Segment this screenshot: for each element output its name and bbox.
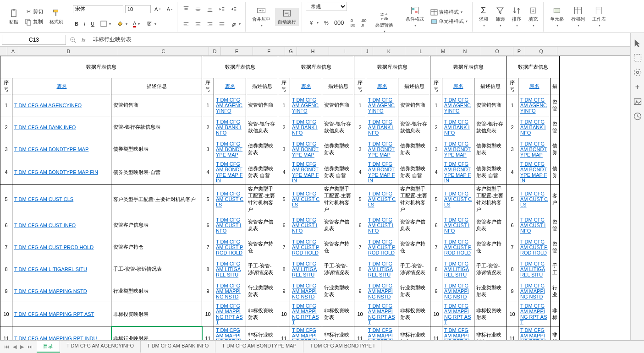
column-header[interactable]: C	[118, 47, 209, 55]
desc-cell[interactable]: 客户	[550, 185, 560, 214]
seq-cell[interactable]: 6	[430, 214, 442, 236]
desc-cell[interactable]: 客户类型手工配置-主要针对机构客户	[398, 185, 430, 214]
rail-image-icon[interactable]	[633, 97, 642, 106]
col-name-header[interactable]: 表名	[442, 78, 474, 94]
name-link-cell[interactable]: T DM CFG AM BONDTYPE MAP	[290, 138, 322, 160]
col-name-header[interactable]: 表名	[518, 78, 550, 94]
seq-cell[interactable]: 1	[0, 94, 12, 116]
seq-cell[interactable]: 9	[278, 280, 290, 302]
font-size-select[interactable]	[125, 5, 151, 13]
seq-cell[interactable]: 9	[354, 280, 366, 302]
name-link-cell[interactable]: T DM CFG AM CUST PROD HOLD	[214, 236, 246, 258]
name-link-cell[interactable]: T DM CFG AM AGENCYINFO	[214, 94, 246, 116]
name-link-cell[interactable]: T DM CFG AM AGENCYINFO	[12, 94, 111, 116]
column-header[interactable]: Q	[525, 47, 557, 55]
font-family-select[interactable]	[73, 5, 123, 13]
name-link-cell[interactable]: T DM CFG AM MAPPING NSTD	[518, 280, 550, 302]
desc-cell[interactable]: 资管销售商	[474, 94, 506, 116]
seq-cell[interactable]: 1	[506, 94, 518, 116]
name-link-cell[interactable]: T DM CFG AM CUST PROD HOLD	[518, 236, 550, 258]
desc-cell[interactable]: 手工-资管-涉诉情况表	[111, 258, 202, 280]
name-link-cell[interactable]: T DM CFG AM MAPPING RPT AST	[518, 302, 550, 326]
seq-cell[interactable]: 10	[506, 302, 518, 326]
seq-cell[interactable]: 10	[202, 302, 214, 326]
underline-button[interactable]: U	[89, 20, 96, 27]
seq-cell[interactable]: 8	[430, 258, 442, 280]
desc-cell[interactable]: 债券类型映射表-自营	[398, 160, 430, 185]
name-link-cell[interactable]: T DM CFG AM BONDTYPE MAP FIN	[442, 160, 474, 185]
desc-cell[interactable]: 债券类型映射表-自营	[111, 160, 202, 185]
column-header[interactable]: N	[449, 47, 481, 55]
desc-cell[interactable]: 债券类型映射表	[111, 138, 202, 160]
seq-cell[interactable]: 8	[506, 258, 518, 280]
seq-cell[interactable]: 11	[430, 326, 442, 341]
desc-cell[interactable]: 债券类型映射表-自营	[246, 160, 278, 185]
currency-button[interactable]: ¥	[306, 18, 320, 27]
name-link-cell[interactable]: T DM CFG AM BANK INFO	[442, 116, 474, 138]
distribute-button[interactable]	[217, 20, 227, 28]
seq-cell[interactable]: 3	[354, 138, 366, 160]
align-bottom-button[interactable]	[205, 5, 215, 13]
desc-cell[interactable]: 资管客户持仓	[474, 236, 506, 258]
decrease-indent-button[interactable]	[217, 5, 227, 13]
seq-cell[interactable]: 3	[506, 138, 518, 160]
desc-cell[interactable]: 资管销售商	[398, 94, 430, 116]
seq-cell[interactable]: 11	[354, 326, 366, 341]
name-link-cell[interactable]: T DM CFG AM LITIGAREL SITU	[366, 258, 398, 280]
name-link-cell[interactable]: T DM CFG AM CUST CLS	[290, 185, 322, 214]
desc-cell[interactable]: 资管客户信息表	[398, 214, 430, 236]
desc-cell[interactable]: 行业	[550, 280, 560, 302]
seq-cell[interactable]: 8	[202, 258, 214, 280]
desc-cell[interactable]: 债券类型映射表	[246, 138, 278, 160]
zoom-out-icon[interactable]	[68, 36, 78, 44]
seq-cell[interactable]: 7	[430, 236, 442, 258]
name-link-cell[interactable]: T DM CFG AM BONDTYPE MAP FIN	[214, 160, 246, 185]
cut-button[interactable]: ✂剪切	[23, 7, 45, 16]
name-link-cell[interactable]: T DM CFG AM AGENCYINFO	[442, 94, 474, 116]
cell-style-button[interactable]: 单元格样式	[429, 17, 469, 26]
desc-cell[interactable]: 行业类型映射表	[474, 280, 506, 302]
seq-cell[interactable]: 1	[278, 94, 290, 116]
desc-cell[interactable]: 资管销售商	[246, 94, 278, 116]
desc-cell[interactable]: 手工-资管-涉诉情况表	[398, 258, 430, 280]
name-link-cell[interactable]: T DM CFG AM BONDTYPE MAP	[518, 138, 550, 160]
seq-cell[interactable]: 8	[0, 258, 12, 280]
name-link-cell[interactable]: T DM CFG AM MAPPING RPT INDU	[366, 326, 398, 341]
column-header[interactable]: I	[329, 47, 361, 55]
desc-cell[interactable]: 债券类型映射表-自营	[322, 160, 354, 185]
name-link-cell[interactable]: T DM CFG AM CUST PROD HOLD	[366, 236, 398, 258]
name-link-cell[interactable]: T DM CFG AM BANK INFO	[518, 116, 550, 138]
desc-cell[interactable]: 行业类型映射表	[398, 280, 430, 302]
name-link-cell[interactable]: T DM CFG AM LITIGAREL SITU	[12, 258, 111, 280]
col-name-header[interactable]: 表名	[214, 78, 246, 94]
column-header[interactable]: K	[373, 47, 405, 55]
name-link-cell[interactable]: T DM CFG AM MAPPING NSTD	[366, 280, 398, 302]
seq-cell[interactable]: 9	[506, 280, 518, 302]
name-link-cell[interactable]: T DM CFG AM MAPPING RPT AST	[290, 302, 322, 326]
type-convert-button[interactable]: 12Ab 类型转换	[372, 11, 396, 34]
name-link-cell[interactable]: T DM CFG AM BONDTYPE MAP FIN	[518, 160, 550, 185]
fx-button[interactable]: fx	[78, 37, 89, 43]
desc-cell[interactable]: 债券类型映射表	[474, 138, 506, 160]
desc-cell[interactable]: 非标投资映射表	[398, 302, 430, 326]
column-header[interactable]: H	[297, 47, 329, 55]
seq-cell[interactable]: 1	[354, 94, 366, 116]
fill-color-button[interactable]	[115, 19, 129, 28]
increase-decimal-button[interactable]: .0.00	[348, 17, 358, 28]
desc-cell[interactable]: 债券类型映射表-自营	[474, 160, 506, 185]
col-name-header[interactable]: 表名	[366, 78, 398, 94]
seq-cell[interactable]: 2	[202, 116, 214, 138]
seq-cell[interactable]: 9	[202, 280, 214, 302]
filter-button[interactable]: 筛选	[493, 5, 507, 28]
name-link-cell[interactable]: T DM CFG AM MAPPING RPT AST	[442, 302, 474, 326]
seq-cell[interactable]: 9	[430, 280, 442, 302]
name-link-cell[interactable]: T DM CFG AM BONDTYPE MAP FIN	[366, 160, 398, 185]
desc-cell[interactable]: 非标投资映射表	[111, 302, 202, 326]
select-all-corner[interactable]	[0, 47, 7, 55]
desc-cell[interactable]: 手工	[550, 258, 560, 280]
name-link-cell[interactable]: T DM CFG AM LITIGAREL SITU	[518, 258, 550, 280]
desc-cell[interactable]: 手工-资管-涉诉情况表	[246, 258, 278, 280]
seq-cell[interactable]: 5	[202, 185, 214, 214]
name-link-cell[interactable]: T DM CFG AM CUST CLS	[12, 185, 111, 214]
name-link-cell[interactable]: T DM CFG AM CUST PROD HOLD	[290, 236, 322, 258]
